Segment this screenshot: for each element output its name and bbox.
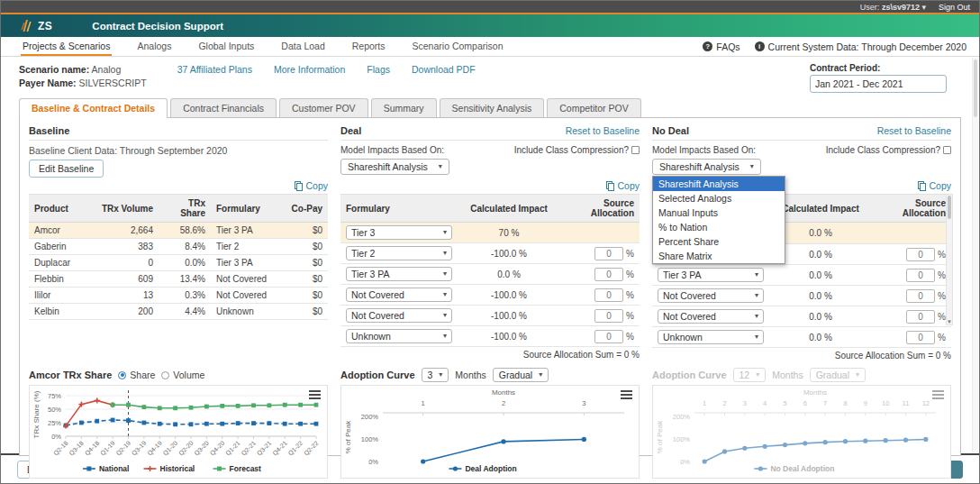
nav-data-load[interactable]: Data Load xyxy=(279,37,326,56)
download-pdf-link[interactable]: Download PDF xyxy=(412,64,476,93)
dropdown-option-selected-analogs[interactable]: Selected Analogs xyxy=(653,191,785,205)
edit-baseline-button[interactable]: Edit Baseline xyxy=(29,160,104,178)
source-allocation-input[interactable] xyxy=(906,269,935,282)
table-row[interactable]: Unknown▾ -100.0 % % xyxy=(340,326,640,347)
source-allocation-input[interactable] xyxy=(594,288,623,302)
svg-text:11: 11 xyxy=(903,399,910,407)
scrollbar-thumb[interactable] xyxy=(948,196,951,219)
sign-out-link[interactable]: Sign Out xyxy=(939,3,970,12)
formulary-select[interactable]: Tier 3▾ xyxy=(346,225,452,240)
source-allocation-input[interactable] xyxy=(906,331,935,344)
deal-reset-to-baseline-link[interactable]: Reset to Baseline xyxy=(566,125,640,136)
deal-adoption-months-select[interactable]: 3▾ xyxy=(422,368,449,382)
dropdown-option-shareshift-analysis[interactable]: Shareshift Analysis xyxy=(653,177,785,191)
table-row[interactable]: Tier 2▾ -100.0 % % xyxy=(340,243,640,264)
volume-radio[interactable] xyxy=(161,371,169,379)
chevron-down-icon: ▾ xyxy=(755,313,758,320)
tab-baseline-contract-details[interactable]: Baseline & Contract Details xyxy=(19,98,168,118)
chevron-down-icon: ▾ xyxy=(443,250,447,257)
no-deal-copy-link[interactable]: Copy xyxy=(918,180,951,191)
scrollbar-thumb[interactable] xyxy=(974,59,977,117)
source-allocation-input[interactable] xyxy=(594,268,623,281)
tab-summary[interactable]: Summary xyxy=(371,98,437,117)
share-radio[interactable] xyxy=(118,371,126,379)
affiliated-plans-link[interactable]: 37 Affiliated Plans xyxy=(177,64,252,93)
table-row[interactable]: Not Covered▾ -100.0 % % xyxy=(340,285,640,306)
no-deal-table-scrollbar[interactable]: ▼ xyxy=(946,194,953,325)
source-allocation-input[interactable] xyxy=(906,289,935,303)
table-row[interactable]: Tier 3 PA▾ 0.0 % % xyxy=(652,265,951,286)
calculated-impact-cell: 0.0 % xyxy=(767,306,874,327)
source-allocation-input[interactable] xyxy=(906,248,935,261)
dropdown-option-percent-share[interactable]: Percent Share xyxy=(653,234,785,249)
dropdown-option-manual-inputs[interactable]: Manual Inputs xyxy=(653,205,785,220)
nav-analogs[interactable]: Analogs xyxy=(135,37,173,56)
calendar-icon[interactable] xyxy=(940,78,941,89)
formulary-select[interactable]: Not Covered▾ xyxy=(658,288,764,303)
deal-adoption-mode-select[interactable]: Gradual▾ xyxy=(493,368,549,382)
formulary-cell: Tier 3 PA xyxy=(211,223,285,239)
formulary-select[interactable]: Tier 3 PA▾ xyxy=(346,267,452,281)
nav-scenario-comparison[interactable]: Scenario Comparison xyxy=(411,37,505,56)
svg-text:3: 3 xyxy=(743,399,747,407)
tab-competitor-pov[interactable]: Competitor POV xyxy=(547,98,640,117)
chart-menu-icon[interactable] xyxy=(309,390,321,401)
table-row[interactable]: Not Covered▾ 0.0 % % xyxy=(652,306,951,327)
formulary-select[interactable]: Unknown▾ xyxy=(658,330,764,344)
svg-text:Q1-22: Q1-22 xyxy=(287,440,304,457)
no-deal-reset-to-baseline-link[interactable]: Reset to Baseline xyxy=(877,125,951,136)
table-row[interactable]: Not Covered▾ 0.0 % % xyxy=(652,286,951,306)
tab-customer-pov[interactable]: Customer POV xyxy=(279,98,368,117)
source-allocation-input[interactable] xyxy=(594,309,623,323)
chart-menu-icon[interactable] xyxy=(932,390,944,401)
flags-link[interactable]: Flags xyxy=(367,64,390,93)
dropdown-option-pct-to-nation[interactable]: % to Nation xyxy=(653,220,785,234)
more-information-link[interactable]: More Information xyxy=(274,64,345,93)
scrollbar-down-arrow[interactable]: ▼ xyxy=(947,319,952,324)
table-row[interactable]: Kelbin 200 4.4% Unknown $0 xyxy=(29,304,328,320)
class-compression-checkbox[interactable] xyxy=(943,146,951,154)
deal-model-select[interactable]: Shareshift Analysis ▾ xyxy=(340,159,449,175)
formulary-select[interactable]: Tier 3 PA▾ xyxy=(658,268,764,282)
table-row[interactable]: Amcor 2,664 58.6% Tier 3 PA $0 xyxy=(29,223,328,239)
source-allocation-input[interactable] xyxy=(594,247,623,260)
chevron-down-icon: ▾ xyxy=(439,371,442,379)
table-row[interactable]: Duplacar 0 0.0% Tier 3 PA $0 xyxy=(29,255,328,271)
tab-sensitivity-analysis[interactable]: Sensitivity Analysis xyxy=(440,98,545,117)
source-allocation-input[interactable] xyxy=(906,310,935,324)
dropdown-option-share-matrix[interactable]: Share Matrix xyxy=(653,249,785,263)
formulary-select[interactable]: Tier 2▾ xyxy=(346,246,452,260)
nav-global-inputs[interactable]: Global Inputs xyxy=(196,37,256,56)
table-row[interactable]: Flebbin 609 13.4% Not Covered $0 xyxy=(29,271,328,288)
contract-period-input[interactable] xyxy=(815,78,937,89)
no-deal-model-select[interactable]: Shareshift Analysis ▾ xyxy=(652,159,761,175)
table-row[interactable]: Unknown▾ 0.0 % % xyxy=(652,327,951,348)
chevron-down-icon: ▾ xyxy=(856,371,859,379)
formulary-select[interactable]: Unknown▾ xyxy=(346,329,452,343)
chart-menu-icon[interactable] xyxy=(621,390,632,401)
co-pay-cell: $0 xyxy=(285,239,328,255)
faqs-link[interactable]: ? FAQs xyxy=(703,41,740,52)
source-allocation-input[interactable] xyxy=(594,330,623,343)
formulary-select[interactable]: Not Covered▾ xyxy=(346,308,452,323)
product-cell: Gaberin xyxy=(29,239,94,255)
table-row[interactable]: Not Covered▾ -100.0 % % xyxy=(340,306,640,326)
formulary-select[interactable]: Not Covered▾ xyxy=(658,309,764,324)
no-deal-adoption-svg: 0%100%200%Months123456789101112% of Peak… xyxy=(653,386,950,478)
system-data-label: Current System Data: Through December 20… xyxy=(768,41,966,52)
tab-contract-financials[interactable]: Contract Financials xyxy=(170,98,277,117)
page-scrollbar[interactable] xyxy=(972,58,978,452)
class-compression-checkbox[interactable] xyxy=(631,146,640,154)
contract-period-field[interactable] xyxy=(810,75,947,93)
baseline-copy-link[interactable]: Copy xyxy=(295,180,328,191)
table-row[interactable]: Gaberin 383 8.4% Tier 2 $0 xyxy=(29,239,328,255)
table-row[interactable]: Ililor 13 0.3% Not Covered $0 xyxy=(29,288,328,304)
table-row[interactable]: Tier 3 PA▾ 0.0 % % xyxy=(340,264,640,285)
nav-projects-scenarios[interactable]: Projects & Scenarios xyxy=(21,37,112,56)
deal-copy-link[interactable]: Copy xyxy=(606,180,640,191)
table-row[interactable]: Tier 3▾ 70 % xyxy=(340,223,640,243)
payer-name-label: Payer Name: xyxy=(19,78,77,88)
nav-reports[interactable]: Reports xyxy=(350,37,387,56)
user-menu[interactable]: User: zs\sv9712 ▾ xyxy=(860,3,926,12)
formulary-select[interactable]: Not Covered▾ xyxy=(346,288,452,302)
